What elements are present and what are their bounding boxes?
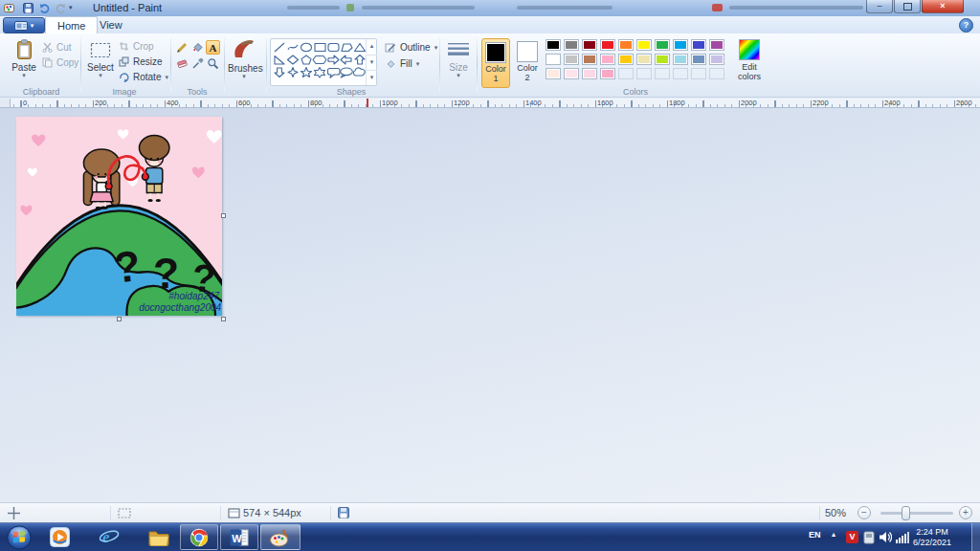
- palette-swatch[interactable]: [600, 54, 615, 65]
- pencil-tool[interactable]: [175, 40, 189, 55]
- palette-swatch[interactable]: [709, 54, 724, 65]
- taskbar-word[interactable]: W: [220, 524, 258, 550]
- cut-icon: [42, 42, 53, 53]
- rotate-dropdown-icon: ▾: [165, 75, 168, 79]
- save-button[interactable]: [23, 2, 33, 13]
- ruler-number: 800: [310, 99, 323, 107]
- palette-swatch[interactable]: [618, 39, 634, 51]
- palette-swatch[interactable]: [582, 54, 597, 65]
- size-button[interactable]: Size ▾: [443, 37, 474, 91]
- edit-colors-button[interactable]: Edit colors: [731, 38, 768, 90]
- text-tool[interactable]: A: [206, 40, 220, 55]
- menu-dropdown-icon: ▾: [31, 22, 34, 30]
- magnifier-tool[interactable]: [206, 56, 220, 71]
- palette-swatch[interactable]: [673, 39, 688, 51]
- start-button[interactable]: [4, 524, 34, 550]
- zoom-slider-track[interactable]: [880, 512, 953, 515]
- crop-button[interactable]: Crop: [119, 39, 154, 54]
- palette-swatch[interactable]: [582, 39, 597, 51]
- taskbar-clock[interactable]: 2:24 PM 6/22/2021: [900, 527, 965, 548]
- zoom-out-button[interactable]: −: [858, 506, 871, 519]
- zoom-in-button[interactable]: +: [959, 506, 972, 519]
- palette-swatch[interactable]: [600, 39, 615, 51]
- palette-swatch[interactable]: [582, 68, 597, 79]
- taskbar-chrome[interactable]: [180, 524, 218, 550]
- palette-swatch[interactable]: [564, 39, 579, 51]
- volume-icon[interactable]: [879, 531, 892, 543]
- copy-button[interactable]: Copy: [42, 55, 78, 70]
- palette-swatch[interactable]: [564, 54, 579, 65]
- group-divider: [439, 37, 440, 92]
- redo-button[interactable]: [55, 2, 66, 13]
- shapes-more-button[interactable]: ▼: [366, 70, 377, 85]
- palette-swatch[interactable]: [636, 54, 652, 65]
- maximize-button[interactable]: [894, 0, 921, 13]
- brushes-button[interactable]: Brushes ▾: [228, 37, 260, 91]
- palette-swatch[interactable]: [691, 39, 706, 51]
- palette-swatch[interactable]: [673, 54, 688, 65]
- color2-label: Color: [513, 63, 542, 73]
- status-divider: [819, 506, 820, 520]
- help-icon[interactable]: ?: [959, 18, 973, 33]
- shapes-scroll-up[interactable]: ▲: [366, 39, 377, 54]
- drawing-canvas[interactable]: ? ? ?: [16, 117, 222, 316]
- eyedropper-icon: [191, 57, 204, 70]
- shapes-gallery[interactable]: ▲ ▼ ▼: [270, 38, 377, 86]
- undo-button[interactable]: [39, 2, 51, 13]
- outline-button[interactable]: Outline ▾: [385, 40, 437, 55]
- palette-swatch[interactable]: [636, 39, 652, 51]
- palette-swatch[interactable]: [655, 54, 670, 65]
- taskbar-file-explorer[interactable]: [140, 524, 178, 550]
- taskbar-media-player[interactable]: [40, 524, 78, 550]
- palette-swatch[interactable]: [564, 68, 579, 79]
- tab-view[interactable]: View: [88, 16, 134, 33]
- cut-button[interactable]: Cut: [42, 40, 72, 55]
- resize-icon: [119, 56, 129, 67]
- tray-device-icon[interactable]: [863, 531, 875, 544]
- tray-v-icon[interactable]: V: [846, 531, 858, 543]
- palette-swatch[interactable]: [546, 39, 561, 51]
- language-indicator[interactable]: EN: [809, 530, 821, 540]
- edit-colors-icon: [739, 39, 760, 60]
- qat-dropdown-icon[interactable]: ▾: [69, 2, 73, 13]
- taskbar-internet-explorer[interactable]: e: [90, 524, 128, 550]
- canvas-artwork: ? ? ?: [16, 117, 222, 316]
- minimize-button[interactable]: –: [866, 0, 893, 13]
- text-tool-icon: A: [210, 42, 217, 54]
- fill-tool[interactable]: [190, 40, 205, 55]
- close-button[interactable]: ×: [922, 0, 964, 13]
- palette-swatch[interactable]: [618, 54, 634, 65]
- taskbar-paint[interactable]: [260, 524, 301, 550]
- canvas-resize-handle-bottom[interactable]: [117, 317, 122, 321]
- brush-icon: [232, 38, 256, 61]
- resize-button[interactable]: Resize: [119, 55, 163, 69]
- hidden-icons-button[interactable]: ▴: [832, 530, 835, 539]
- paste-button[interactable]: Paste ▾: [8, 37, 40, 91]
- eraser-tool[interactable]: [175, 56, 189, 71]
- palette-swatch[interactable]: [709, 39, 724, 51]
- color2-swatch: [517, 41, 538, 62]
- canvas-resize-handle-corner[interactable]: [221, 317, 226, 321]
- color-picker-tool[interactable]: [190, 56, 205, 71]
- palette-swatch[interactable]: [600, 68, 615, 79]
- paint-window: ▾ Untitled - Paint – × ▾ Home View ?: [0, 0, 980, 551]
- palette-swatch[interactable]: [655, 39, 670, 51]
- window-title: Untitled - Paint: [93, 2, 162, 13]
- ribbon-tab-row: ▾ Home View ?: [0, 16, 980, 34]
- select-button[interactable]: Select ▾: [84, 37, 117, 91]
- zoom-slider-thumb[interactable]: [902, 506, 910, 520]
- paint-menu-button[interactable]: ▾: [3, 17, 45, 33]
- color2-tile[interactable]: Color 2: [513, 38, 542, 88]
- ruler-number: 1200: [454, 99, 470, 107]
- canvas-resize-handle-right[interactable]: [221, 213, 226, 218]
- outline-icon: [385, 42, 396, 53]
- color1-tile[interactable]: Color 1: [481, 38, 510, 88]
- palette-swatch[interactable]: [546, 54, 561, 65]
- palette-swatch[interactable]: [691, 54, 706, 65]
- shapes-scroll-down[interactable]: ▼: [366, 55, 377, 70]
- palette-swatch[interactable]: [546, 68, 561, 79]
- show-desktop-button[interactable]: [971, 523, 980, 551]
- fill-button[interactable]: Fill ▾: [385, 56, 419, 71]
- rotate-icon: [119, 72, 129, 82]
- rotate-button[interactable]: Rotate ▾: [119, 70, 168, 84]
